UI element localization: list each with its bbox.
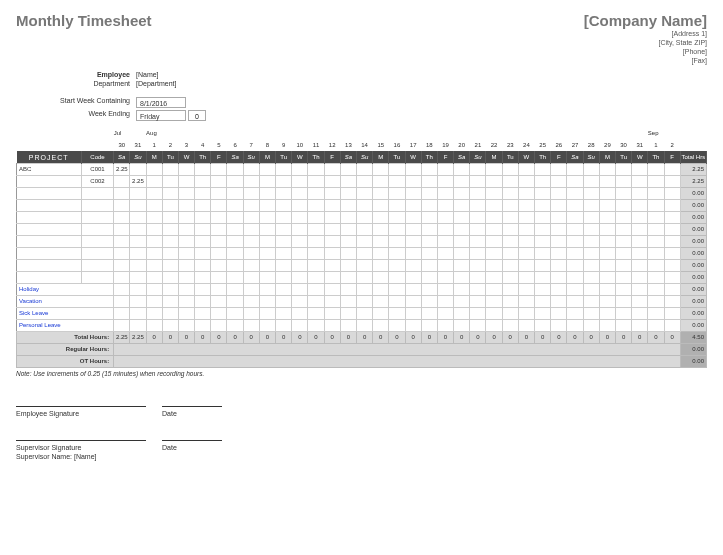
hour-cell[interactable] <box>243 235 259 247</box>
hour-cell[interactable] <box>340 175 356 187</box>
hour-cell[interactable] <box>535 187 551 199</box>
hour-cell[interactable] <box>308 211 324 223</box>
hour-cell[interactable] <box>437 295 453 307</box>
hour-cell[interactable] <box>664 163 680 175</box>
hour-cell[interactable] <box>373 223 389 235</box>
hour-cell[interactable] <box>340 235 356 247</box>
hour-cell[interactable] <box>243 223 259 235</box>
hour-cell[interactable] <box>535 163 551 175</box>
hour-cell[interactable] <box>502 163 518 175</box>
hour-cell[interactable] <box>324 259 340 271</box>
hour-cell[interactable] <box>373 247 389 259</box>
hour-cell[interactable] <box>308 307 324 319</box>
hour-cell[interactable] <box>114 295 130 307</box>
code-cell[interactable] <box>81 247 113 259</box>
hour-cell[interactable] <box>259 187 275 199</box>
hour-cell[interactable] <box>437 211 453 223</box>
hour-cell[interactable] <box>276 271 292 283</box>
hour-cell[interactable] <box>292 175 308 187</box>
hour-cell[interactable] <box>389 295 405 307</box>
hour-cell[interactable] <box>405 259 421 271</box>
hour-cell[interactable] <box>599 307 615 319</box>
hour-cell[interactable] <box>567 319 583 331</box>
hour-cell[interactable] <box>632 319 648 331</box>
hour-cell[interactable] <box>583 319 599 331</box>
hour-cell[interactable] <box>437 319 453 331</box>
hour-cell[interactable] <box>308 319 324 331</box>
hour-cell[interactable] <box>535 247 551 259</box>
hour-cell[interactable] <box>292 223 308 235</box>
hour-cell[interactable] <box>373 319 389 331</box>
hour-cell[interactable] <box>178 175 194 187</box>
hour-cell[interactable] <box>243 187 259 199</box>
hour-cell[interactable] <box>243 175 259 187</box>
hour-cell[interactable] <box>162 271 178 283</box>
hour-cell[interactable] <box>583 211 599 223</box>
hour-cell[interactable] <box>486 235 502 247</box>
hour-cell[interactable] <box>632 223 648 235</box>
hour-cell[interactable] <box>356 247 372 259</box>
hour-cell[interactable] <box>308 223 324 235</box>
hour-cell[interactable] <box>470 295 486 307</box>
hour-cell[interactable] <box>114 223 130 235</box>
hour-cell[interactable] <box>195 319 211 331</box>
project-cell[interactable] <box>17 235 82 247</box>
hour-cell[interactable] <box>502 283 518 295</box>
hour-cell[interactable] <box>664 199 680 211</box>
hour-cell[interactable] <box>162 199 178 211</box>
hour-cell[interactable] <box>389 187 405 199</box>
hour-cell[interactable] <box>211 247 227 259</box>
hour-cell[interactable] <box>259 175 275 187</box>
hour-cell[interactable] <box>211 283 227 295</box>
hour-cell[interactable] <box>486 295 502 307</box>
hour-cell[interactable] <box>243 211 259 223</box>
hour-cell[interactable] <box>308 295 324 307</box>
hour-cell[interactable] <box>162 319 178 331</box>
hour-cell[interactable] <box>632 235 648 247</box>
hour-cell[interactable] <box>599 175 615 187</box>
hour-cell[interactable] <box>292 163 308 175</box>
hour-cell[interactable] <box>389 223 405 235</box>
hour-cell[interactable] <box>324 319 340 331</box>
hour-cell[interactable] <box>211 319 227 331</box>
hour-cell[interactable] <box>340 211 356 223</box>
code-cell[interactable] <box>81 199 113 211</box>
hour-cell[interactable] <box>535 223 551 235</box>
hour-cell[interactable] <box>130 199 146 211</box>
hour-cell[interactable] <box>162 295 178 307</box>
hour-cell[interactable] <box>454 211 470 223</box>
hour-cell[interactable] <box>340 247 356 259</box>
hour-cell[interactable] <box>324 199 340 211</box>
hour-cell[interactable] <box>227 271 243 283</box>
hour-cell[interactable] <box>211 187 227 199</box>
hour-cell[interactable] <box>276 235 292 247</box>
hour-cell[interactable] <box>211 223 227 235</box>
hour-cell[interactable] <box>259 259 275 271</box>
hour-cell[interactable] <box>405 319 421 331</box>
hour-cell[interactable] <box>211 163 227 175</box>
hour-cell[interactable] <box>195 223 211 235</box>
hour-cell[interactable] <box>518 271 534 283</box>
hour-cell[interactable] <box>340 271 356 283</box>
hour-cell[interactable] <box>470 247 486 259</box>
hour-cell[interactable] <box>615 199 631 211</box>
hour-cell[interactable] <box>276 283 292 295</box>
hour-cell[interactable] <box>227 235 243 247</box>
hour-cell[interactable] <box>146 211 162 223</box>
hour-cell[interactable] <box>518 199 534 211</box>
hour-cell[interactable] <box>599 271 615 283</box>
hour-cell[interactable] <box>437 271 453 283</box>
hour-cell[interactable] <box>470 319 486 331</box>
hour-cell[interactable] <box>486 307 502 319</box>
hour-cell[interactable] <box>437 283 453 295</box>
hour-cell[interactable] <box>567 199 583 211</box>
hour-cell[interactable] <box>389 259 405 271</box>
hour-cell[interactable] <box>356 235 372 247</box>
hour-cell[interactable] <box>583 271 599 283</box>
hour-cell[interactable] <box>486 259 502 271</box>
hour-cell[interactable] <box>583 247 599 259</box>
hour-cell[interactable] <box>146 247 162 259</box>
hour-cell[interactable] <box>421 199 437 211</box>
hour-cell[interactable] <box>648 235 664 247</box>
hour-cell[interactable] <box>405 211 421 223</box>
